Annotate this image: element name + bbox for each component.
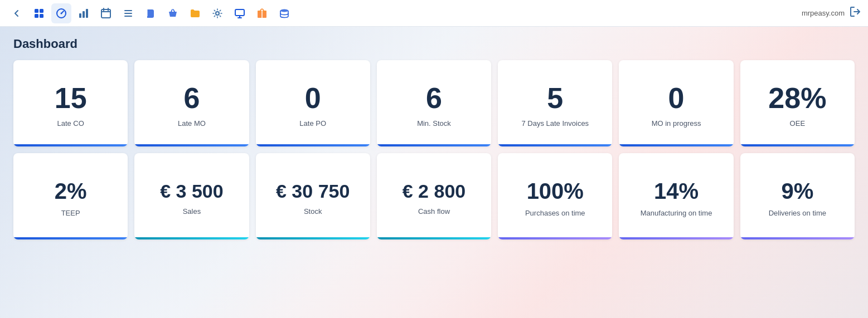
card-late-co[interactable]: 15Late CO xyxy=(13,60,128,146)
card-label-sales: Sales xyxy=(183,207,201,216)
folder-icon[interactable] xyxy=(185,3,205,23)
logout-icon[interactable] xyxy=(849,6,861,21)
card-value-late-invoices: 5 xyxy=(547,84,563,112)
card-value-purchases-on-time: 100% xyxy=(527,180,584,202)
card-bar-cash-flow xyxy=(377,237,491,239)
card-bar-late-invoices xyxy=(498,144,612,146)
card-label-cash-flow: Cash flow xyxy=(418,207,450,216)
card-bar-purchases-on-time xyxy=(498,237,612,239)
svg-rect-7 xyxy=(83,11,85,18)
card-min-stock[interactable]: 6Min. Stock xyxy=(377,60,491,146)
dashboard-icon[interactable] xyxy=(29,3,49,23)
dashboard-grid-row2: 2%TEEP€ 3 500Sales€ 30 750Stock€ 2 800Ca… xyxy=(13,153,855,239)
card-value-oee: 28% xyxy=(768,84,826,112)
card-bar-min-stock xyxy=(377,144,491,146)
card-bar-sales xyxy=(134,237,249,239)
book-icon[interactable] xyxy=(140,3,161,23)
card-cash-flow[interactable]: € 2 800Cash flow xyxy=(377,153,491,239)
main-content: Dashboard 15Late CO6Late MO0Late PO6Min.… xyxy=(0,27,868,318)
card-label-min-stock: Min. Stock xyxy=(417,119,451,128)
card-label-late-mo: Late MO xyxy=(178,119,206,128)
card-value-deliveries-on-time: 9% xyxy=(781,180,813,202)
card-value-late-co: 15 xyxy=(55,84,87,112)
svg-rect-9 xyxy=(101,9,110,18)
svg-rect-3 xyxy=(40,14,43,18)
svg-point-5 xyxy=(61,12,62,14)
card-label-late-po: Late PO xyxy=(299,119,326,128)
back-icon[interactable] xyxy=(7,3,27,23)
card-value-mo-in-progress: 0 xyxy=(668,84,685,112)
card-bar-teep xyxy=(13,237,128,239)
card-bar-mo-in-progress xyxy=(619,144,733,146)
card-value-stock: € 30 750 xyxy=(276,182,350,200)
card-label-purchases-on-time: Purchases on time xyxy=(525,209,585,217)
list-icon[interactable] xyxy=(118,3,138,23)
card-bar-deliveries-on-time xyxy=(740,237,855,239)
card-sales[interactable]: € 3 500Sales xyxy=(134,153,249,239)
card-value-manufacturing-on-time: 14% xyxy=(654,180,699,202)
card-label-late-invoices: 7 Days Late Invoices xyxy=(521,119,589,128)
card-value-min-stock: 6 xyxy=(426,84,442,112)
card-bar-late-po xyxy=(256,144,370,146)
card-label-teep: TEEP xyxy=(61,209,80,217)
top-navigation: mrpeasy.com xyxy=(0,0,868,27)
card-bar-manufacturing-on-time xyxy=(619,237,733,239)
card-bar-oee xyxy=(740,144,855,146)
card-value-sales: € 3 500 xyxy=(160,182,223,200)
bar-chart-icon[interactable] xyxy=(74,3,94,23)
nav-right: mrpeasy.com xyxy=(802,6,861,21)
card-bar-late-co xyxy=(13,144,128,146)
card-value-cash-flow: € 2 800 xyxy=(403,182,465,200)
svg-point-15 xyxy=(216,12,219,15)
monitor-icon[interactable] xyxy=(230,3,250,23)
card-purchases-on-time[interactable]: 100%Purchases on time xyxy=(498,153,612,239)
card-value-late-mo: 6 xyxy=(183,84,200,112)
card-label-manufacturing-on-time: Manufacturing on time xyxy=(641,209,712,217)
card-label-deliveries-on-time: Deliveries on time xyxy=(769,209,826,217)
site-label: mrpeasy.com xyxy=(802,9,845,17)
card-mo-in-progress[interactable]: 0MO in progress xyxy=(619,60,733,146)
card-label-late-co: Late CO xyxy=(57,119,84,128)
basket-icon[interactable] xyxy=(163,3,183,23)
dashboard-grid: 15Late CO6Late MO0Late PO6Min. Stock57 D… xyxy=(13,60,855,146)
card-deliveries-on-time[interactable]: 9%Deliveries on time xyxy=(740,153,855,239)
settings-icon[interactable] xyxy=(207,3,227,23)
svg-rect-2 xyxy=(35,14,38,18)
card-value-late-po: 0 xyxy=(305,84,321,112)
page-title: Dashboard xyxy=(13,37,855,51)
card-late-invoices[interactable]: 57 Days Late Invoices xyxy=(498,60,612,146)
card-value-teep: 2% xyxy=(55,180,87,202)
card-manufacturing-on-time[interactable]: 14%Manufacturing on time xyxy=(619,153,733,239)
card-oee[interactable]: 28%OEE xyxy=(740,60,855,146)
card-late-po[interactable]: 0Late PO xyxy=(256,60,370,146)
calendar-icon[interactable] xyxy=(96,3,116,23)
svg-rect-16 xyxy=(235,9,244,16)
gauge-icon[interactable] xyxy=(51,3,71,23)
svg-rect-6 xyxy=(79,13,81,18)
svg-rect-8 xyxy=(86,9,88,18)
svg-rect-1 xyxy=(40,9,43,13)
card-late-mo[interactable]: 6Late MO xyxy=(134,60,249,146)
card-label-mo-in-progress: MO in progress xyxy=(652,119,701,128)
card-label-oee: OEE xyxy=(790,119,805,128)
card-bar-stock xyxy=(256,237,370,239)
nav-icons-left xyxy=(7,3,294,23)
gift-icon[interactable] xyxy=(252,3,272,23)
card-teep[interactable]: 2%TEEP xyxy=(13,153,128,239)
svg-point-19 xyxy=(280,9,288,12)
database-icon[interactable] xyxy=(274,3,294,23)
card-bar-late-mo xyxy=(134,144,249,146)
card-label-stock: Stock xyxy=(304,207,322,216)
card-stock[interactable]: € 30 750Stock xyxy=(256,153,370,239)
svg-rect-0 xyxy=(35,9,38,13)
